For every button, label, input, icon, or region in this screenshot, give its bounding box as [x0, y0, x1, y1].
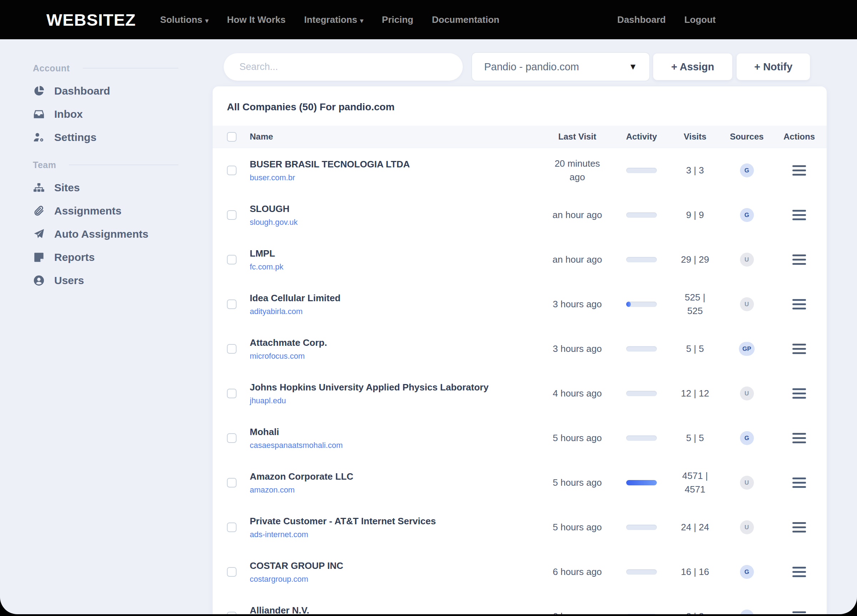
actions-cell	[772, 164, 827, 177]
sidebar-item-users[interactable]: Users	[33, 269, 178, 292]
source-badge: U	[740, 520, 754, 534]
company-domain[interactable]: fc.com.pk	[250, 262, 283, 272]
company-name: Mohali	[250, 427, 540, 438]
user-circle-icon	[33, 274, 45, 286]
site-selector-dropdown[interactable]: Pandio - pandio.com ▼	[471, 52, 650, 81]
row-checkbox[interactable]	[227, 210, 237, 220]
app-surface: Account Dashboard Inbox Settings Team	[0, 39, 857, 614]
actions-cell	[772, 209, 827, 221]
visits-cell: 5 | 5	[668, 432, 722, 445]
nav-item-documentation[interactable]: Documentation	[432, 14, 500, 25]
row-actions-menu-icon[interactable]	[792, 476, 806, 489]
visits-cell: 12 | 12	[668, 387, 722, 401]
sources-cell: U	[722, 476, 772, 490]
row-checkbox[interactable]	[227, 344, 237, 354]
sidebar-item-dashboard[interactable]: Dashboard	[33, 79, 178, 102]
sidebar-item-sites[interactable]: Sites	[33, 176, 178, 199]
nav-item-integrations[interactable]: Integrations▾	[304, 14, 364, 25]
last-visit-cell: an hour ago	[540, 209, 615, 222]
row-checkbox[interactable]	[227, 612, 237, 614]
nav-item-logout[interactable]: Logout	[684, 14, 716, 25]
row-actions-menu-icon[interactable]	[792, 298, 806, 311]
last-visit: 3 hours ago	[553, 342, 602, 356]
last-visit: 5 hours ago	[553, 521, 602, 534]
sources-cell: GP	[722, 342, 772, 356]
actions-cell	[772, 432, 827, 445]
activity-cell	[615, 302, 668, 307]
table-row: COSTAR GROUP INC costargroup.com 6 hours…	[213, 549, 827, 594]
company-domain[interactable]: buser.com.br	[250, 173, 295, 183]
row-actions-menu-icon[interactable]	[792, 521, 806, 534]
row-checkbox[interactable]	[227, 478, 237, 488]
inbox-icon	[33, 108, 45, 120]
row-checkbox[interactable]	[227, 388, 237, 398]
source-badge: U	[740, 476, 754, 490]
card-title: All Companies (50) For pandio.com	[213, 87, 827, 113]
activity-bar	[626, 435, 657, 441]
assign-button[interactable]: + Assign	[653, 53, 732, 80]
company-domain[interactable]: slough.gov.uk	[250, 218, 297, 227]
row-actions-menu-icon[interactable]	[792, 342, 806, 356]
caret-down-icon: ▼	[629, 62, 637, 72]
visits-cell: 29 | 29	[668, 253, 722, 266]
caret-down-icon: ▾	[205, 17, 208, 24]
activity-cell	[615, 435, 668, 441]
row-actions-menu-icon[interactable]	[792, 164, 806, 177]
company-domain[interactable]: adityabirla.com	[250, 307, 303, 316]
nav-item-how-it-works[interactable]: How It Works	[227, 14, 285, 25]
company-domain[interactable]: microfocus.com	[250, 351, 305, 361]
last-visit-cell: 3 hours ago	[540, 298, 615, 311]
table-row: Amazon Corporate LLC amazon.com 5 hours …	[213, 460, 827, 505]
sidebar-item-inbox[interactable]: Inbox	[33, 102, 178, 125]
visits: 4571 | 4571	[678, 469, 713, 496]
last-visit-cell: 6 hours ago	[540, 610, 615, 614]
column-header-sources: Sources	[722, 132, 772, 142]
company-name: Attachmate Corp.	[250, 337, 540, 348]
top-navbar: WEBSITEZ Solutions▾ How It Works Integra…	[0, 0, 857, 39]
company-name: Private Customer - AT&T Internet Service…	[250, 516, 540, 527]
last-visit-cell: 20 minutes ago	[540, 157, 615, 184]
nav-item-pricing[interactable]: Pricing	[382, 14, 413, 25]
nav-item-solutions[interactable]: Solutions▾	[160, 14, 208, 25]
company-domain[interactable]: amazon.com	[250, 485, 295, 495]
company-domain[interactable]: ads-internet.com	[250, 530, 308, 539]
report-note-icon	[33, 251, 45, 263]
company-domain[interactable]: jhuapl.edu	[250, 396, 286, 406]
nav-item-dashboard[interactable]: Dashboard	[617, 14, 666, 25]
row-checkbox[interactable]	[227, 255, 237, 265]
sidebar-item-settings[interactable]: Settings	[33, 125, 178, 149]
app-logo: WEBSITEZ	[46, 10, 136, 29]
search-input[interactable]	[224, 53, 463, 80]
row-actions-menu-icon[interactable]	[792, 565, 806, 579]
sidebar-item-label: Users	[54, 274, 84, 286]
company-cell: LMPL fc.com.pk	[250, 248, 540, 272]
row-actions-menu-icon[interactable]	[792, 253, 806, 266]
sidebar-item-auto-assignments[interactable]: Auto Assignments	[33, 222, 178, 246]
company-name: Alliander N.V.	[250, 605, 540, 614]
row-actions-menu-icon[interactable]	[792, 387, 806, 400]
actions-cell	[772, 342, 827, 356]
row-actions-menu-icon[interactable]	[792, 209, 806, 221]
row-checkbox[interactable]	[227, 567, 237, 577]
sidebar-item-reports[interactable]: Reports	[33, 246, 178, 269]
activity-cell	[615, 480, 668, 485]
row-checkbox[interactable]	[227, 523, 237, 532]
source-badge: G	[740, 208, 754, 222]
company-domain[interactable]: costargroup.com	[250, 574, 308, 584]
sidebar-item-assignments[interactable]: Assignments	[33, 199, 178, 222]
chart-pie-icon	[33, 85, 45, 97]
last-visit: 20 minutes ago	[549, 157, 605, 184]
company-cell: COSTAR GROUP INC costargroup.com	[250, 560, 540, 584]
row-actions-menu-icon[interactable]	[792, 432, 806, 445]
visits: 16 | 16	[681, 565, 709, 579]
row-checkbox[interactable]	[227, 166, 237, 175]
notify-button[interactable]: + Notify	[736, 53, 810, 80]
select-all-checkbox[interactable]	[227, 132, 237, 142]
company-domain[interactable]: casaespanaatsmohali.com	[250, 441, 342, 450]
companies-card: All Companies (50) For pandio.com Name L…	[213, 87, 827, 614]
activity-bar	[626, 168, 657, 173]
row-actions-menu-icon[interactable]	[792, 610, 806, 614]
row-checkbox[interactable]	[227, 299, 237, 309]
visits-cell: 5 | 5	[668, 342, 722, 356]
row-checkbox[interactable]	[227, 433, 237, 443]
